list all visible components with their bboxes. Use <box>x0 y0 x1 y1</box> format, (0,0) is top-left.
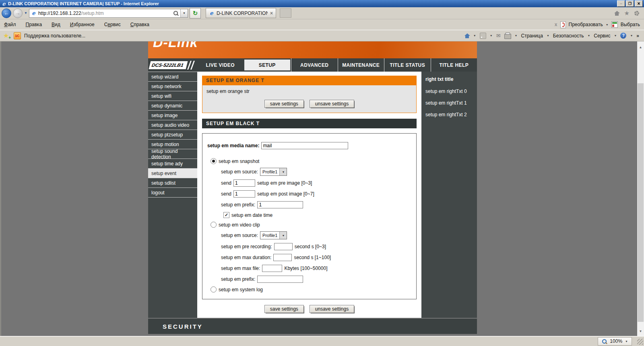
save-settings-button-bottom[interactable]: save settings <box>264 305 304 313</box>
url-text[interactable]: http://192.168.1.222/setup.htm <box>38 10 171 16</box>
security-menu[interactable]: Безопасность <box>553 33 584 39</box>
rss-feed-icon[interactable] <box>480 33 486 39</box>
sidebar-item-setup-sdlist[interactable]: setup sdlist <box>148 178 197 188</box>
page-dropdown-icon[interactable] <box>547 34 549 37</box>
max-file-input[interactable] <box>262 265 282 272</box>
home-dropdown-icon[interactable] <box>473 34 476 37</box>
pre-image-suffix-label: setup em pre image [0~3] <box>257 180 312 186</box>
media-name-input[interactable] <box>261 142 348 149</box>
favorites-icon[interactable] <box>624 10 630 16</box>
help-dropdown-icon[interactable] <box>630 34 633 37</box>
favorite-link[interactable]: Поддержка пользователе... <box>24 33 85 39</box>
tools-menu[interactable]: Сервис <box>594 33 610 39</box>
pre-recording-input[interactable] <box>274 243 293 250</box>
minimize-button[interactable] <box>617 0 625 7</box>
system-log-label: setup em system log <box>219 287 263 292</box>
menu-file[interactable]: Файл <box>4 22 16 27</box>
select-button[interactable]: Выбрать <box>621 22 640 27</box>
page-favicon-icon: e <box>31 10 36 16</box>
sidebar-item-setup-audio-video[interactable]: setup audio video <box>148 120 197 130</box>
print-icon[interactable] <box>504 34 511 39</box>
home-icon[interactable] <box>614 11 619 16</box>
convert-button[interactable]: Преобразовать <box>569 22 603 27</box>
menu-favorites[interactable]: Избранное <box>70 22 95 27</box>
snapshot-prefix-input[interactable] <box>257 201 303 208</box>
max-duration-input[interactable] <box>273 254 292 261</box>
sidebar-item-setup-wifi[interactable]: setup wifi <box>148 91 197 101</box>
search-icon[interactable] <box>173 10 178 16</box>
tab-setup[interactable]: SETUP <box>244 60 291 70</box>
maximize-button[interactable] <box>626 0 634 7</box>
address-dropdown-button[interactable] <box>180 9 188 17</box>
page-menu[interactable]: Страница <box>521 33 543 39</box>
pre-image-input[interactable] <box>233 179 255 187</box>
save-settings-button-top[interactable]: save settings <box>264 100 304 108</box>
address-bar[interactable]: e http://192.168.1.222/setup.htm <box>29 9 188 18</box>
dlink-logo: D-Link <box>153 41 198 50</box>
convert-dropdown-icon[interactable] <box>606 23 609 26</box>
add-favorite-icon[interactable] <box>3 33 10 39</box>
zoom-control[interactable]: 100% <box>598 337 632 346</box>
tab-title-status[interactable]: TITLE STATUS <box>384 58 431 72</box>
feed-dropdown-icon[interactable] <box>490 34 493 37</box>
addon-close-icon[interactable]: x <box>555 22 557 27</box>
post-image-input[interactable] <box>233 190 255 198</box>
tab-title-help[interactable]: TITLE HELP <box>431 58 477 72</box>
tab-maintenance[interactable]: MAINTENANCE <box>338 58 384 72</box>
date-time-checkbox[interactable] <box>223 212 229 218</box>
unsave-settings-button-top[interactable]: unsave settings <box>310 100 354 108</box>
print-dropdown-icon[interactable] <box>515 34 518 37</box>
video-prefix-input[interactable] <box>257 276 303 283</box>
video-source-value: Profile1 <box>260 233 279 238</box>
browser-tab[interactable]: e D-LINK CORPORATION| INT... <box>206 8 276 18</box>
menu-edit[interactable]: Правка <box>26 22 42 27</box>
gear-icon[interactable] <box>634 11 639 16</box>
pre-recording-suffix-label: second s [0~3] <box>295 244 326 249</box>
scroll-up-icon[interactable] <box>637 44 644 50</box>
close-window-button[interactable] <box>635 0 643 7</box>
tab-close-icon[interactable] <box>270 10 273 16</box>
back-button[interactable] <box>2 8 11 18</box>
zoom-dropdown-icon[interactable] <box>625 340 628 343</box>
sidebar-item-setup-network[interactable]: setup network <box>148 82 197 91</box>
video-source-select[interactable]: Profile1 <box>260 231 287 239</box>
mail-icon[interactable] <box>496 33 501 38</box>
sidebar-item-setup-sound-detection[interactable]: setup sound detection <box>148 149 197 159</box>
new-tab-button[interactable] <box>280 8 291 18</box>
resize-grip[interactable] <box>637 339 643 345</box>
menu-tools[interactable]: Сервис <box>104 22 121 27</box>
sidebar-item-setup-ptzsetup[interactable]: setup ptzsetup <box>148 130 197 140</box>
tab-live-video[interactable]: LIVE VIDEO <box>197 58 244 72</box>
refresh-button[interactable] <box>190 8 201 19</box>
site-nav: DCS-5222LB1 LIVE VIDEO SETUP ADVANCED MA… <box>148 58 477 72</box>
page-scrollbar[interactable] <box>637 41 644 336</box>
menu-view[interactable]: Вид <box>52 22 60 27</box>
history-dropdown-icon[interactable] <box>24 11 27 15</box>
forward-button[interactable] <box>13 8 23 18</box>
help-icon[interactable] <box>620 33 626 39</box>
security-dropdown-icon[interactable] <box>587 34 590 37</box>
scrollbar-thumb[interactable] <box>638 83 644 322</box>
scroll-down-icon[interactable] <box>637 328 644 334</box>
sidebar-item-setup-wizard[interactable]: setup wizard <box>148 72 197 82</box>
tab-advanced[interactable]: ADVANCED <box>291 58 338 72</box>
sidebar-item-logout[interactable]: logout <box>148 188 197 198</box>
sidebar-item-setup-dynamic[interactable]: setup dynamic <box>148 101 197 111</box>
zoom-magnifier-icon <box>602 339 607 344</box>
unsave-settings-button-bottom[interactable]: unsave settings <box>310 305 354 313</box>
sidebar-item-setup-image[interactable]: setup image <box>148 111 197 120</box>
home-command-icon[interactable] <box>464 33 470 38</box>
sidebar-item-setup-time-ady[interactable]: setup time ady <box>148 159 197 169</box>
menu-help[interactable]: Справка <box>130 22 149 27</box>
snapshot-source-value: Profile1 <box>260 169 279 174</box>
snapshot-source-select[interactable]: Profile1 <box>260 168 287 176</box>
sidebar-item-setup-event[interactable]: setup event <box>148 169 197 178</box>
ie-logo-icon: e <box>1 1 6 6</box>
tools-dropdown-icon[interactable] <box>614 34 617 37</box>
orange-section: SETUP EM ORANGE T setup em orange str sa… <box>202 76 417 113</box>
video-clip-radio[interactable] <box>211 222 217 228</box>
sidebar-item-setup-motion[interactable]: setup motion <box>148 140 197 149</box>
more-commands-icon[interactable]: » <box>636 33 639 39</box>
system-log-radio[interactable] <box>211 286 217 292</box>
snapshot-radio[interactable] <box>211 158 217 164</box>
